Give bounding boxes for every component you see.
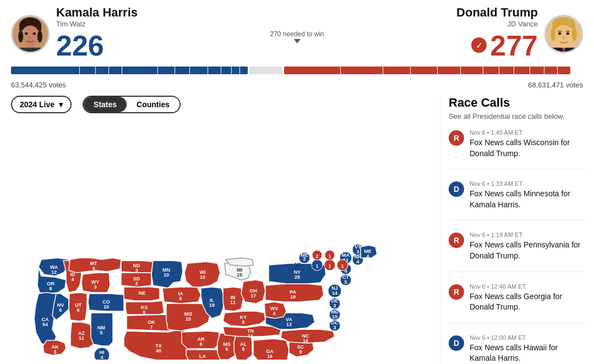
svg-point-149: [329, 309, 340, 320]
svg-marker-45: [69, 293, 87, 321]
call-text: Fox News calls Minnesota for Kamala Harr…: [470, 189, 586, 210]
race-calls-sidebar: Race Calls See all Presidential race cal…: [440, 96, 594, 364]
harris-bar-ca: [11, 67, 79, 74]
trump-bar-oh: [411, 67, 437, 74]
svg-point-10: [37, 30, 42, 42]
trump-info: Donald Trump JD Vance ✓ 277: [456, 5, 538, 62]
svg-marker-57: [121, 261, 153, 273]
needed-text: 270 needed to win: [270, 30, 324, 38]
call-content: Nov 6 • 1:19 AM ET Fox News calls Pennsy…: [470, 231, 586, 261]
svg-point-178: [312, 250, 322, 260]
svg-marker-42: [81, 273, 110, 293]
trump-bar-pa: [383, 67, 410, 74]
year-select[interactable]: 2024 Live ▾: [11, 96, 72, 113]
svg-point-190: [94, 348, 110, 360]
svg-rect-8: [15, 47, 46, 51]
svg-marker-128: [281, 329, 335, 343]
call-party-icon: D: [449, 335, 464, 351]
trump-bar-nc: [438, 67, 460, 74]
svg-point-16: [566, 32, 569, 35]
svg-point-17: [562, 36, 565, 38]
svg-point-155: [340, 274, 351, 285]
call-time: Nov 6 • 1:33 AM ET: [470, 180, 586, 187]
harris-info: Kamala Harris Tim Walz 226: [56, 5, 138, 62]
harris-bar-ma: [175, 67, 189, 74]
call-text: Fox News calls Georgia for Donald Trump.: [470, 291, 586, 313]
harris-popular-votes: 63,544,425 votes: [11, 81, 66, 89]
harris-bar-co: [208, 67, 221, 74]
svg-point-5: [33, 32, 36, 35]
trump-bar-tn: [483, 67, 499, 74]
trump-bar-wi: [499, 67, 513, 74]
view-toggle: States Counties: [83, 96, 181, 113]
svg-point-175: [312, 260, 323, 271]
trump-avatar: [544, 15, 583, 53]
svg-text:NE: NE: [295, 262, 302, 267]
call-content: Nov 6 • 12:00 AM ET Fox News calls Hawai…: [470, 334, 586, 364]
harris-candidate: Kamala Harris Tim Walz 226: [11, 5, 138, 62]
trump-bar-al: [544, 67, 557, 74]
harris-bar-va: [158, 67, 175, 74]
svg-rect-21: [565, 47, 579, 51]
race-calls-list: R Nov 6 • 1:45 AM ET Fox News calls Wisc…: [449, 129, 586, 364]
counties-toggle-btn[interactable]: Counties: [127, 97, 179, 112]
arrow-icon: [294, 39, 301, 43]
svg-point-23: [572, 27, 577, 41]
call-content: Nov 6 • 1:33 AM ET Fox News calls Minnes…: [470, 180, 586, 210]
trump-bar-ga: [461, 67, 483, 74]
us-map-svg: .state { stroke: white; stroke-width: 1.…: [6, 118, 424, 360]
call-party-icon: R: [449, 284, 464, 300]
harris-bar-nv: [240, 67, 248, 74]
race-call-item: R Nov 6 • 1:19 AM ET Fox News calls Penn…: [449, 231, 586, 272]
sidebar-subtitle: See all Presidential race calls below.: [449, 112, 586, 120]
svg-marker-187: [43, 340, 66, 355]
trump-votes: 277: [490, 29, 538, 62]
trump-popular-votes: 68,631,471 votes: [528, 81, 583, 89]
svg-point-15: [558, 32, 561, 35]
call-content: Nov 6 • 12:48 AM ET Fox News calls Georg…: [470, 283, 586, 313]
trump-name: Donald Trump: [456, 5, 538, 20]
call-time: Nov 6 • 12:00 AM ET: [470, 334, 586, 341]
svg-marker-137: [265, 284, 324, 302]
trump-bar-mo: [530, 67, 544, 74]
svg-marker-48: [88, 294, 124, 311]
harris-bar-or: [221, 67, 231, 74]
svg-marker-67: [126, 301, 164, 315]
call-time: Nov 6 • 12:48 AM ET: [470, 283, 586, 290]
svg-marker-60: [121, 273, 151, 287]
call-party-icon: D: [449, 181, 464, 197]
map-controls: 2024 Live ▾ States Counties: [6, 96, 434, 113]
svg-marker-63: [124, 287, 160, 301]
svg-point-146: [329, 298, 340, 309]
trump-check-icon: ✓: [471, 37, 487, 53]
harris-bar-nj: [190, 67, 208, 74]
call-party-icon: R: [449, 130, 464, 146]
trump-bar-tx: [284, 67, 340, 74]
harris-votes: 226: [56, 29, 138, 62]
call-time: Nov 6 • 1:19 AM ET: [470, 231, 586, 238]
harris-bar-mn: [96, 67, 108, 74]
vote-counts: 63,544,425 votes 68,631,471 votes: [0, 79, 594, 91]
svg-marker-88: [186, 350, 221, 360]
undecided-bar: [249, 67, 282, 74]
center-needed: 270 needed to win: [270, 30, 324, 43]
race-call-item: R Nov 6 • 1:45 AM ET Fox News calls Wisc…: [449, 129, 586, 169]
harris-bar-wa: [80, 67, 95, 74]
chevron-down-icon: ▾: [59, 100, 63, 109]
svg-marker-110: [241, 280, 265, 304]
svg-point-152: [329, 320, 340, 331]
main-content: 2024 Live ▾ States Counties .state { str…: [0, 96, 594, 364]
svg-marker-85: [182, 331, 219, 349]
svg-marker-116: [223, 326, 281, 337]
harris-name: Kamala Harris: [56, 5, 138, 20]
race-call-item: D Nov 6 • 12:00 AM ET Fox News calls Haw…: [449, 334, 586, 364]
svg-point-9: [18, 30, 23, 42]
svg-marker-103: [223, 287, 243, 311]
progress-bar-container: [11, 67, 583, 74]
harris-bar-ny: [122, 67, 157, 74]
svg-marker-134: [264, 302, 286, 318]
states-toggle-btn[interactable]: States: [84, 97, 127, 112]
svg-point-3: [21, 25, 40, 46]
svg-point-22: [551, 27, 555, 41]
svg-point-6: [29, 36, 31, 38]
